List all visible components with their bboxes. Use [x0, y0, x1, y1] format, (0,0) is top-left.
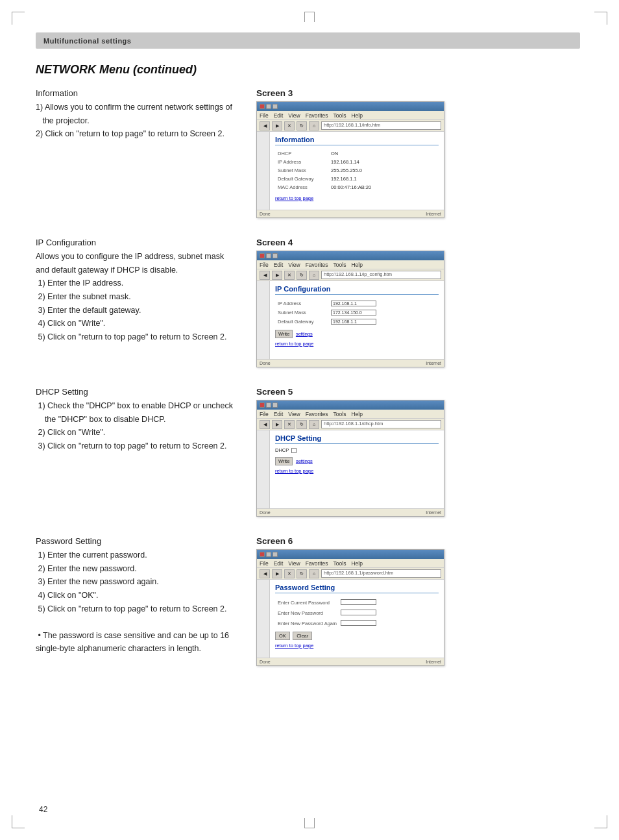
stop-btn[interactable]: ✕: [284, 271, 295, 280]
dhcp-checkbox-row: DHCP: [275, 447, 439, 453]
screen6-window: File Edit View Favorites Tools Help ◀ ▶ …: [256, 549, 444, 666]
corner-mark-br: [594, 815, 607, 828]
screen6-pw-table: Enter Current Password Enter New Passwor…: [275, 597, 439, 629]
dhcp-checkbox[interactable]: [291, 448, 297, 453]
back-btn[interactable]: ◀: [260, 569, 270, 578]
stop-btn[interactable]: ✕: [284, 121, 295, 130]
write-settings-row: Write settings: [275, 330, 439, 338]
center-mark-bottom: [304, 818, 315, 828]
screen4-main: IP Configuration IP Address 192.168.1.1 …: [270, 281, 444, 359]
screen6-main: Password Setting Enter Current Password …: [270, 580, 444, 658]
titlebar-btn-red: [260, 104, 265, 109]
stop-btn[interactable]: ✕: [284, 420, 295, 429]
table-row: Enter New Password: [276, 608, 437, 617]
screen6-titlebar: [257, 550, 444, 559]
new-password-field[interactable]: [341, 610, 376, 615]
section-dhcp-left: DHCP Setting 1) Check the "DHCP" box to …: [36, 387, 237, 517]
dhcp-write-row: Write settings: [275, 457, 439, 465]
table-row: Default Gateway 192.168.1.1: [276, 317, 437, 325]
ip-address-field[interactable]: 192.168.1.1: [331, 301, 376, 306]
screen4-return-link[interactable]: return to top page: [275, 341, 439, 347]
section-dhcp-right: Screen 5 File Edit View Favorites Tools …: [256, 387, 580, 517]
stop-btn[interactable]: ✕: [284, 569, 295, 578]
screen4-content-title: IP Configuration: [275, 285, 439, 295]
table-row: MAC Address 00:00:47:16:AB:20: [276, 184, 437, 191]
password-body: 1) Enter the current password. 2) Enter …: [36, 549, 237, 656]
corner-mark-tl: [12, 12, 25, 25]
settings-link[interactable]: settings: [296, 331, 313, 337]
back-btn[interactable]: ◀: [260, 420, 270, 429]
refresh-btn[interactable]: ↻: [297, 420, 307, 429]
screen6-address: http://192.168.1.1/password.htm: [321, 569, 441, 578]
screen4-menubar: File Edit View Favorites Tools Help: [257, 260, 444, 269]
home-btn[interactable]: ⌂: [309, 420, 319, 429]
dhcp-settings-link[interactable]: settings: [296, 458, 313, 464]
table-row: Default Gateway 192.168.1.1: [276, 175, 437, 182]
section-ip-config: IP Configuration Allows you to configure…: [36, 238, 580, 367]
table-row: Subnet Mask 255.255.255.0: [276, 167, 437, 174]
forward-btn[interactable]: ▶: [272, 420, 282, 429]
screen5-return-link[interactable]: return to top page: [275, 468, 439, 474]
information-body: 1) Allows you to confirm the current net…: [36, 101, 237, 141]
dhcp-heading: DHCP Setting: [36, 387, 237, 397]
dhcp-body: 1) Check the "DHCP" box to enable DHCP o…: [36, 399, 237, 453]
back-btn[interactable]: ◀: [260, 271, 270, 280]
ok-button[interactable]: OK: [275, 632, 290, 640]
section-information-right: Screen 3 File Edit View Favorites Tools …: [256, 88, 580, 218]
screen4-titlebar: [257, 251, 444, 260]
table-row: Subnet Mask 172.134.150.0: [276, 308, 437, 316]
titlebar-btn-2: [273, 552, 278, 557]
section-information: Information 1) Allows you to confirm the…: [36, 88, 580, 218]
clear-button[interactable]: Clear: [293, 632, 312, 640]
titlebar-btn-red: [260, 552, 265, 557]
header-banner-text: Multifunctional settings: [43, 37, 131, 45]
back-btn[interactable]: ◀: [260, 121, 270, 130]
password-heading: Password Setting: [36, 536, 237, 546]
screen4-toolbar: ◀ ▶ ✕ ↻ ⌂ http://192.168.1.1/ip_config.h…: [257, 269, 444, 281]
titlebar-btn-red: [260, 253, 265, 258]
refresh-btn[interactable]: ↻: [297, 121, 307, 130]
dhcp-write-button[interactable]: Write: [275, 457, 293, 465]
write-button[interactable]: Write: [275, 330, 293, 338]
forward-btn[interactable]: ▶: [272, 121, 282, 130]
corner-mark-bl: [12, 815, 25, 828]
current-password-field[interactable]: [341, 599, 376, 605]
gateway-field[interactable]: 192.168.1.1: [331, 319, 376, 325]
page-number: 42: [39, 805, 47, 814]
screen5-menubar: File Edit View Favorites Tools Help: [257, 410, 444, 419]
screen3-main: Information DHCP ON IP Address 192.168.1…: [270, 132, 444, 210]
page-title: NETWORK Menu (continued): [36, 63, 580, 77]
screen4-address: http://192.168.1.1/ip_config.htm: [321, 271, 441, 279]
confirm-password-field[interactable]: [341, 620, 376, 626]
screen3-statusbar: Done Internet: [257, 210, 444, 217]
screen3-info-table: DHCP ON IP Address 192.168.1.14 Subnet M…: [275, 149, 439, 192]
section-ip-config-right: Screen 4 File Edit View Favorites Tools …: [256, 238, 580, 367]
titlebar-btn-1: [266, 253, 271, 258]
section-information-left: Information 1) Allows you to confirm the…: [36, 88, 237, 218]
center-mark-top: [304, 12, 315, 22]
home-btn[interactable]: ⌂: [309, 271, 319, 280]
home-btn[interactable]: ⌂: [309, 569, 319, 578]
screen6-return-link[interactable]: return to top page: [275, 643, 439, 649]
forward-btn[interactable]: ▶: [272, 271, 282, 280]
screen5-label: Screen 5: [256, 387, 580, 397]
screen5-body: DHCP Setting DHCP Write settings return …: [257, 430, 444, 508]
titlebar-btn-2: [273, 104, 278, 109]
home-btn[interactable]: ⌂: [309, 121, 319, 130]
screen3-body: Information DHCP ON IP Address 192.168.1…: [257, 132, 444, 210]
section-password-right: Screen 6 File Edit View Favorites Tools …: [256, 536, 580, 666]
screen4-window: File Edit View Favorites Tools Help ◀ ▶ …: [256, 251, 444, 367]
section-dhcp: DHCP Setting 1) Check the "DHCP" box to …: [36, 387, 580, 517]
screen4-statusbar: Done Internet: [257, 359, 444, 367]
screen5-titlebar: [257, 401, 444, 410]
screen3-return-link[interactable]: return to top page: [275, 195, 439, 201]
forward-btn[interactable]: ▶: [272, 569, 282, 578]
table-row: DHCP ON: [276, 150, 437, 157]
pw-buttons-row: OK Clear: [275, 632, 439, 640]
refresh-btn[interactable]: ↻: [297, 569, 307, 578]
refresh-btn[interactable]: ↻: [297, 271, 307, 280]
table-row: Enter Current Password: [276, 598, 437, 607]
subnet-mask-field[interactable]: 172.134.150.0: [331, 310, 376, 315]
titlebar-btn-red: [260, 402, 265, 408]
screen3-window: File Edit View Favorites Tools Help ◀ ▶ …: [256, 101, 444, 218]
